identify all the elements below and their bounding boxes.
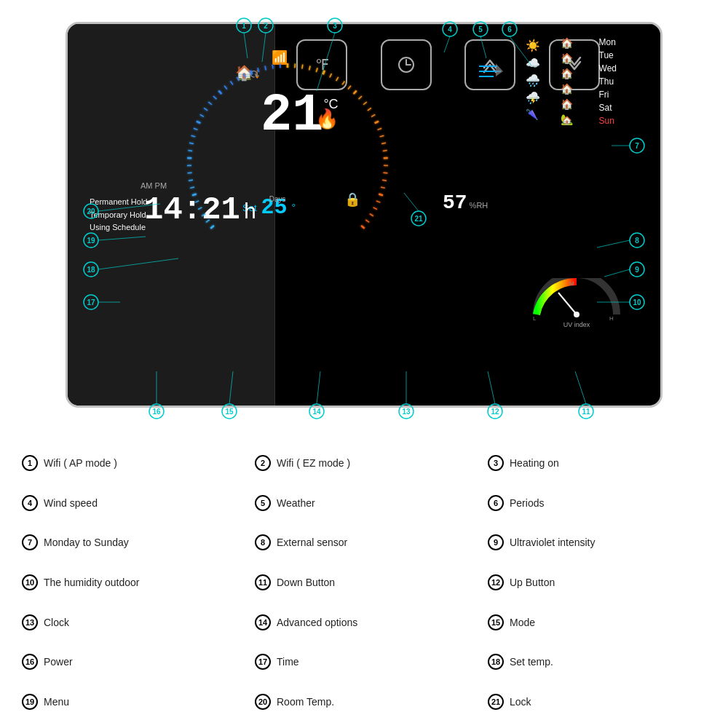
clock-button[interactable] bbox=[381, 39, 432, 90]
time-suffix: h bbox=[243, 200, 256, 225]
cloud-icon: ☁️ bbox=[526, 56, 540, 70]
legend-text-6: Periods bbox=[510, 497, 544, 509]
legend-text-8: External sensor bbox=[277, 537, 347, 548]
down-button[interactable] bbox=[549, 39, 600, 90]
legend-text-5: Weather bbox=[277, 497, 315, 509]
period-icon-3: 🏠 bbox=[561, 68, 573, 79]
legend-item-7: 7 Monday to Sunday bbox=[22, 523, 240, 562]
am-pm-label: AM PM bbox=[141, 181, 167, 190]
legend-text-13: Clock bbox=[44, 617, 69, 628]
legend-num-7: 7 bbox=[22, 534, 38, 550]
humidity-value: 57 bbox=[443, 191, 467, 214]
legend-item-20: 20 Room Temp. bbox=[255, 682, 473, 721]
set-temp-unit: ° bbox=[292, 202, 296, 213]
legend-item-15: 15 Mode bbox=[488, 603, 706, 641]
ice-icon: 🌂 bbox=[526, 108, 540, 120]
uv-index-gauge: L M H UV index bbox=[529, 278, 624, 322]
legend-num-12: 12 bbox=[488, 574, 504, 590]
period-icon-4: 🏠 bbox=[561, 83, 573, 95]
day-fri: Fri bbox=[599, 90, 617, 100]
legend-num-21: 21 bbox=[488, 694, 504, 710]
legend-num-6: 6 bbox=[488, 495, 504, 511]
hold-modes-panel: Permanent Hold Temporary Hold Using Sche… bbox=[90, 196, 148, 234]
time-display: AM PM 14:21 h Days bbox=[144, 191, 257, 228]
day-tue: Tue bbox=[599, 50, 617, 60]
svg-text:M: M bbox=[569, 280, 574, 287]
legend-text-12: Up Button bbox=[510, 577, 555, 588]
legend-num-10: 10 bbox=[22, 574, 38, 590]
svg-marker-4 bbox=[496, 63, 503, 76]
legend-item-10: 10 The humidity outdoor bbox=[22, 563, 240, 602]
svg-point-6 bbox=[574, 312, 579, 317]
legend-item-5: 5 Weather bbox=[255, 484, 473, 523]
legend-text-19: Menu bbox=[44, 696, 69, 708]
legend-text-7: Monday to Sunday bbox=[44, 537, 129, 548]
legend-text-18: Set temp. bbox=[510, 656, 553, 668]
legend-num-3: 3 bbox=[488, 455, 504, 471]
period-icon-5: 🏠 bbox=[561, 98, 573, 110]
svg-text:L: L bbox=[533, 315, 537, 322]
svg-text:12: 12 bbox=[491, 408, 499, 416]
legend-item-11: 11 Down Button bbox=[255, 563, 473, 602]
legend-num-5: 5 bbox=[255, 495, 271, 511]
legend-item-2: 2 Wifi ( EZ mode ) bbox=[255, 444, 473, 483]
legend-text-21: Lock bbox=[510, 696, 531, 708]
legend-num-8: 8 bbox=[255, 534, 271, 550]
legend-text-16: Power bbox=[44, 656, 73, 668]
thermostat-device: Permanent Hold Temporary Hold Using Sche… bbox=[66, 22, 662, 408]
lock-icon: 🔒 bbox=[344, 191, 360, 207]
legend-item-4: 4 Wind speed bbox=[22, 484, 240, 523]
svg-line-5 bbox=[558, 293, 577, 314]
day-mon: Mon bbox=[599, 37, 617, 47]
legend-item-3: 3 Heating on bbox=[488, 444, 706, 483]
legend-text-15: Mode bbox=[510, 617, 535, 628]
humidity-unit: %RH bbox=[470, 201, 488, 210]
legend-num-13: 13 bbox=[22, 614, 38, 630]
legend-num-11: 11 bbox=[255, 574, 271, 590]
legend-text-17: Time bbox=[277, 656, 299, 668]
period-icon-1: 🏠 bbox=[561, 37, 573, 49]
legend-item-17: 17 Time bbox=[255, 643, 473, 681]
legend-item-21: 21 Lock bbox=[488, 682, 706, 721]
legend-item-1: 1 Wifi ( AP mode ) bbox=[22, 444, 240, 483]
legend-item-6: 6 Periods bbox=[488, 484, 706, 523]
legend-item-19: 19 Menu bbox=[22, 682, 240, 721]
legend-text-3: Heating on bbox=[510, 457, 559, 469]
legend-num-18: 18 bbox=[488, 654, 504, 670]
time-value: 14:21 bbox=[144, 191, 240, 228]
svg-text:13: 13 bbox=[402, 408, 411, 416]
day-wed: Wed bbox=[599, 63, 617, 74]
svg-text:15: 15 bbox=[225, 408, 234, 416]
legend-item-18: 18 Set temp. bbox=[488, 643, 706, 681]
days-column: Mon Tue Wed Thu Fri Sat Sun bbox=[599, 37, 617, 126]
legend-item-13: 13 Clock bbox=[22, 603, 240, 641]
humidity-display: 57 %RH bbox=[443, 191, 488, 214]
period-icon-2: 🏠 bbox=[561, 52, 573, 64]
uv-index-label: UV index bbox=[529, 321, 624, 328]
device-screen: Permanent Hold Temporary Hold Using Sche… bbox=[68, 24, 660, 405]
current-temp-value: 21 bbox=[261, 90, 323, 142]
legend-num-20: 20 bbox=[255, 694, 271, 710]
legend-num-16: 16 bbox=[22, 654, 38, 670]
svg-text:16: 16 bbox=[152, 408, 161, 416]
legend-text-14: Advanced options bbox=[277, 617, 357, 628]
using-schedule-label: Using Schedule bbox=[90, 221, 148, 234]
svg-text:14: 14 bbox=[312, 408, 321, 416]
legend-item-9: 9 Ultraviolet intensity bbox=[488, 523, 706, 562]
sun-icon: ☀️ bbox=[526, 39, 540, 52]
day-thu: Thu bbox=[599, 76, 617, 87]
legend-num-9: 9 bbox=[488, 534, 504, 550]
day-sat: Sat bbox=[599, 103, 617, 113]
legend-item-16: 16 Power bbox=[22, 643, 240, 681]
legend-text-1: Wifi ( AP mode ) bbox=[44, 457, 117, 469]
wifi-ap-icon: 📶 bbox=[272, 50, 288, 66]
legend-text-10: The humidity outdoor bbox=[44, 577, 140, 588]
legend-text-9: Ultraviolet intensity bbox=[510, 537, 596, 548]
svg-text:H: H bbox=[609, 315, 614, 322]
legend-num-4: 4 bbox=[22, 495, 38, 511]
svg-text:11: 11 bbox=[582, 408, 590, 416]
legend-num-17: 17 bbox=[255, 654, 271, 670]
temporary-hold-label: Temporary Hold bbox=[90, 208, 148, 221]
days-label: Days bbox=[269, 195, 286, 203]
day-sun: Sun bbox=[599, 116, 617, 126]
